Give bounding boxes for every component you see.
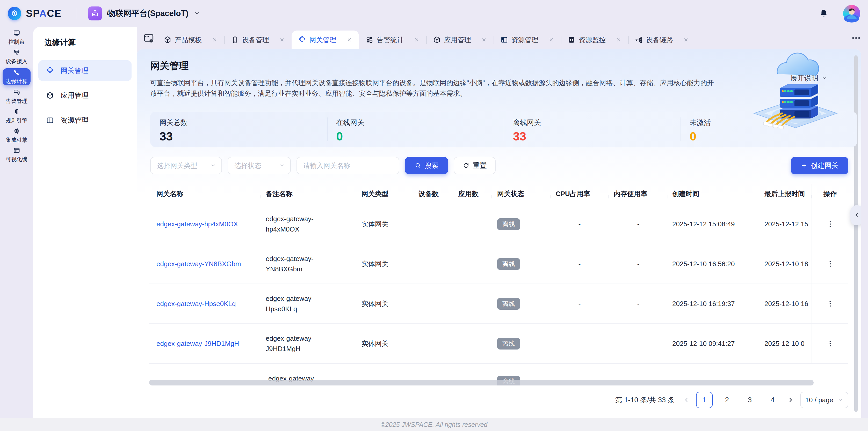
sidebar-item-edge-computing[interactable]: 边缘计算 bbox=[3, 68, 31, 86]
tab-more-button[interactable] bbox=[851, 33, 861, 43]
submenu-item-resource-management[interactable]: 资源管理 bbox=[38, 110, 131, 131]
close-icon[interactable] bbox=[346, 37, 352, 43]
last-report-cell: 2025-12-10 16 bbox=[760, 300, 811, 308]
prev-page-button[interactable] bbox=[683, 397, 690, 403]
submenu-divider bbox=[33, 56, 137, 56]
reset-button[interactable]: 重置 bbox=[454, 157, 496, 174]
last-report-cell: 2025-12-10 18 bbox=[760, 260, 811, 268]
page-header: 网关管理 可直连物联网平台，具有网关设备管理功能，并代理网关设备直接连接物联网平… bbox=[137, 49, 861, 99]
expand-description-toggle[interactable]: 展开说明 bbox=[790, 73, 828, 83]
memory-cell: - bbox=[609, 300, 668, 308]
workspace-switcher[interactable]: 物联网平台(SpaceIoT) bbox=[88, 6, 200, 21]
status-badge: 离线 bbox=[497, 218, 520, 230]
tab-strip: 产品模板 设备管理 网关管理 告警统计 应用管理 bbox=[137, 27, 868, 49]
copyright-text: ©2025 JWSPACE. All rights reserved bbox=[380, 421, 487, 428]
page-button-1[interactable]: 1 bbox=[696, 392, 713, 408]
gateway-name-input[interactable] bbox=[297, 157, 399, 174]
created-cell: 2025-12-12 15:08:49 bbox=[668, 220, 760, 228]
search-button[interactable]: 搜索 bbox=[405, 157, 448, 174]
cube-icon bbox=[164, 36, 172, 44]
close-icon[interactable] bbox=[549, 37, 554, 43]
type-cell: 实体网关 bbox=[356, 260, 413, 269]
puzzle-icon bbox=[46, 67, 54, 74]
tab-product-template[interactable]: 产品模板 bbox=[157, 31, 224, 49]
create-gateway-button[interactable]: 创建网关 bbox=[791, 157, 848, 174]
tab-app-management[interactable]: 应用管理 bbox=[426, 31, 494, 49]
gateway-type-select[interactable]: 选择网关类型 bbox=[150, 157, 222, 174]
database-icon bbox=[13, 49, 20, 56]
row-actions-button[interactable] bbox=[826, 340, 834, 347]
cpu-cell: - bbox=[551, 220, 609, 228]
sidebar-item-console[interactable]: 控制台 bbox=[3, 30, 31, 45]
remark-cell: edgex-gateway-YN8BXGbm bbox=[266, 254, 325, 274]
primary-sidebar: 控制台 设备接入 边缘计算 告警管理 规则引擎 集成引擎 可视化编 bbox=[0, 27, 33, 418]
horizontal-scrollbar[interactable] bbox=[149, 380, 814, 386]
user-avatar[interactable] bbox=[843, 5, 860, 22]
pagination: 第 1-10 条/共 33 条 1 2 3 4 10 / page bbox=[149, 392, 848, 408]
stat-online-value: 0 bbox=[336, 129, 504, 143]
tab-device-management[interactable]: 设备管理 bbox=[224, 31, 291, 49]
created-cell: 2025-12-10 09:41:27 bbox=[668, 340, 760, 348]
edge-call-icon bbox=[13, 69, 20, 76]
gateway-name-link[interactable]: edgex-gateway-Hpse0KLq bbox=[156, 300, 236, 308]
stat-inactive: 未激活 0 bbox=[681, 112, 857, 147]
remark-cell: edgex-gateway-Hpse0KLq bbox=[266, 293, 325, 314]
stat-offline-value: 33 bbox=[513, 129, 681, 143]
sidebar-item-rule-engine[interactable]: 规则引擎 bbox=[3, 108, 31, 124]
close-icon[interactable] bbox=[683, 37, 689, 43]
row-actions-button[interactable] bbox=[826, 220, 834, 228]
tab-device-link[interactable]: 设备链路 bbox=[628, 31, 695, 49]
puzzle-icon bbox=[298, 36, 306, 44]
chevron-down-icon bbox=[822, 75, 828, 81]
created-cell: 2025-12-10 16:19:37 bbox=[668, 300, 760, 308]
page-button-4[interactable]: 4 bbox=[765, 392, 781, 408]
device-icon bbox=[231, 36, 239, 44]
notification-bell-icon[interactable] bbox=[819, 8, 829, 19]
table-row: edgex-gateway-hp4xM0OX edgex-gateway-hp4… bbox=[149, 204, 848, 244]
space-logo-icon bbox=[8, 7, 21, 20]
page-button-3[interactable]: 3 bbox=[742, 392, 758, 408]
page-size-select[interactable]: 10 / page bbox=[800, 392, 848, 408]
gateway-status-select[interactable]: 选择状态 bbox=[228, 157, 291, 174]
tab-resource-management[interactable]: 资源管理 bbox=[494, 31, 561, 49]
close-icon[interactable] bbox=[616, 37, 621, 43]
tab-resource-monitor[interactable]: 资源监控 bbox=[561, 31, 628, 49]
cpu-cell: - bbox=[551, 340, 609, 348]
cube-icon bbox=[46, 92, 54, 99]
table-row: edgex-gateway-Hpse0KLq edgex-gateway-Hps… bbox=[149, 284, 848, 323]
sidebar-item-alarm-management[interactable]: 告警管理 bbox=[3, 89, 31, 105]
gateway-name-link[interactable]: edgex-gateway-hp4xM0OX bbox=[156, 220, 238, 228]
close-icon[interactable] bbox=[481, 37, 487, 43]
close-icon[interactable] bbox=[279, 37, 285, 43]
tab-gateway-management[interactable]: 网关管理 bbox=[291, 31, 359, 49]
submenu-title: 边缘计算 bbox=[33, 27, 137, 56]
main-area: 产品模板 设备管理 网关管理 告警统计 应用管理 bbox=[137, 27, 868, 418]
sidebar-item-integration-engine[interactable]: 集成引擎 bbox=[3, 128, 31, 143]
gateway-name-link[interactable]: edgex-gateway-J9HD1MgH bbox=[156, 340, 239, 347]
sidebar-item-device-access[interactable]: 设备接入 bbox=[3, 49, 31, 65]
sidebar-item-visual-editor[interactable]: 可视化编 bbox=[3, 147, 31, 163]
close-icon[interactable] bbox=[414, 37, 420, 43]
tab-manager-icon[interactable] bbox=[143, 33, 154, 44]
row-actions-button[interactable] bbox=[826, 300, 834, 308]
vertical-scrollbar[interactable] bbox=[854, 55, 858, 412]
memory-cell: - bbox=[609, 340, 668, 348]
type-cell: 实体网关 bbox=[356, 299, 413, 308]
stat-total: 网关总数 33 bbox=[150, 112, 327, 147]
tab-alarm-statistics[interactable]: 告警统计 bbox=[359, 31, 426, 49]
topbar: SPACE 物联网平台(SpaceIoT) bbox=[0, 0, 868, 27]
stat-offline: 离线网关 33 bbox=[504, 112, 681, 147]
submenu-item-gateway-management[interactable]: 网关管理 bbox=[38, 60, 131, 81]
gateway-name-link[interactable]: edgex-gateway-YN8BXGbm bbox=[156, 260, 241, 268]
submenu-item-app-management[interactable]: 应用管理 bbox=[38, 85, 131, 106]
memory-cell: - bbox=[609, 260, 668, 268]
close-icon[interactable] bbox=[212, 37, 218, 43]
row-actions-button[interactable] bbox=[826, 260, 834, 268]
type-cell: 实体网关 bbox=[356, 220, 413, 229]
next-page-button[interactable] bbox=[787, 397, 794, 403]
cpu-cell: - bbox=[551, 260, 609, 268]
page-button-2[interactable]: 2 bbox=[719, 392, 736, 408]
table-row-partial: edgex-gateway- 离线 bbox=[149, 363, 848, 386]
chat-bubbles-icon bbox=[13, 89, 20, 96]
collapse-panel-button[interactable] bbox=[850, 205, 861, 225]
